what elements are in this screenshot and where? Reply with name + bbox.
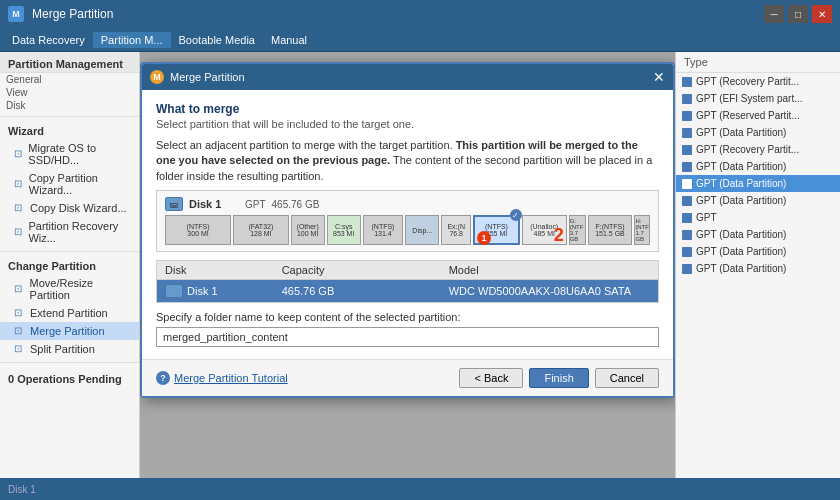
- right-panel-item-9[interactable]: GPT (Data Partition): [676, 226, 840, 243]
- right-panel-label-0: GPT (Recovery Partit...: [696, 76, 799, 87]
- modal-heading: What to merge: [156, 102, 659, 116]
- right-panel-item-7[interactable]: GPT (Data Partition): [676, 192, 840, 209]
- minimize-button[interactable]: ─: [764, 5, 784, 23]
- sidebar-item-copy-partition[interactable]: ⊡ Copy Partition Wizard...: [0, 169, 139, 199]
- instruction-text: Select an adjacent partition to merge wi…: [156, 139, 456, 151]
- sidebar-item-migrate[interactable]: ⊡ Migrate OS to SSD/HD...: [0, 139, 139, 169]
- back-button[interactable]: < Back: [459, 368, 523, 388]
- sidebar-item-extend[interactable]: ⊡ Extend Partition: [0, 304, 139, 322]
- partition-ex[interactable]: Ex:(N 76.8: [441, 215, 471, 245]
- disk-label-row: 🖴 Disk 1 GPT 465.76 GB: [165, 197, 650, 211]
- partition-type-icon-3: [682, 128, 692, 138]
- sidebar-item-copy-disk[interactable]: ⊡ Copy Disk Wizard...: [0, 199, 139, 217]
- partition-g[interactable]: G:(NTF 3.7 GB: [569, 215, 586, 245]
- check-mark-icon: ✓: [510, 209, 522, 221]
- right-panel-label-3: GPT (Data Partition): [696, 127, 786, 138]
- menu-data-recovery[interactable]: Data Recovery: [4, 32, 93, 48]
- copy-partition-icon: ⊡: [14, 178, 25, 190]
- app-icon: M: [8, 6, 24, 22]
- disk-drive-icon: 🖴: [165, 197, 183, 211]
- right-panel-item-1[interactable]: GPT (EFI System part...: [676, 90, 840, 107]
- modal-title-left: M Merge Partition: [150, 70, 245, 84]
- cancel-button[interactable]: Cancel: [595, 368, 659, 388]
- table-row[interactable]: Disk 1 465.76 GB WDC WD5000AAKX-08U6AA0 …: [157, 280, 658, 302]
- right-panel-label-4: GPT (Recovery Partit...: [696, 144, 799, 155]
- partition-ntfs2[interactable]: (NTFS) 131.4: [363, 215, 403, 245]
- sidebar-item-migrate-label: Migrate OS to SSD/HD...: [28, 142, 133, 166]
- sidebar-general[interactable]: General: [0, 73, 139, 86]
- title-bar-controls: ─ □ ✕: [764, 5, 832, 23]
- merge-partition-modal: M Merge Partition ✕ What to merge Select…: [140, 62, 675, 398]
- right-panel-item-4[interactable]: GPT (Recovery Partit...: [676, 141, 840, 158]
- partition-number-1: 1: [477, 231, 491, 245]
- sidebar-wizard-title: Wizard: [0, 121, 139, 139]
- partition-unalloc[interactable]: (Unalloc) 485 MI 2: [522, 215, 567, 245]
- right-panel-label-7: GPT (Data Partition): [696, 195, 786, 206]
- help-link[interactable]: Merge Partition Tutorial: [174, 372, 288, 384]
- right-panel-item-5[interactable]: GPT (Data Partition): [676, 158, 840, 175]
- disk-table: Disk Capacity Model Disk 1 465.76 GB: [156, 260, 659, 303]
- sidebar-disk[interactable]: Disk: [0, 99, 139, 112]
- partition-h[interactable]: H:(NTF 1.7 GB: [634, 215, 650, 245]
- merge-icon: ⊡: [14, 325, 26, 337]
- right-panel-item-8[interactable]: GPT: [676, 209, 840, 226]
- disk-cell-icon: [165, 284, 183, 298]
- sidebar-item-copy-partition-label: Copy Partition Wizard...: [29, 172, 133, 196]
- partition-f[interactable]: F:(NTFS) 151.5 GB: [588, 215, 633, 245]
- sidebar-item-move-resize-label: Move/Resize Partition: [30, 277, 133, 301]
- partition-disp[interactable]: Disp...: [405, 215, 439, 245]
- partition-csys[interactable]: C:sys 853 MI: [327, 215, 361, 245]
- partition-type-icon-10: [682, 247, 692, 257]
- partition-type-icon-9: [682, 230, 692, 240]
- right-panel-item-3[interactable]: GPT (Data Partition): [676, 124, 840, 141]
- modal-overlay: M Merge Partition ✕ What to merge Select…: [140, 52, 675, 478]
- col-disk: Disk: [157, 261, 274, 279]
- right-panel-label-5: GPT (Data Partition): [696, 161, 786, 172]
- bottom-text: Disk 1: [8, 484, 36, 495]
- maximize-button[interactable]: □: [788, 5, 808, 23]
- menu-manual[interactable]: Manual: [263, 32, 315, 48]
- menu-bootable[interactable]: Bootable Media: [171, 32, 263, 48]
- partition-fat32[interactable]: (FAT32) 128 MI: [233, 215, 288, 245]
- folder-name-input[interactable]: [156, 327, 659, 347]
- sidebar-change-partition: Change Partition: [0, 256, 139, 274]
- sidebar-divider-2: [0, 251, 139, 252]
- main-content: M Merge Partition ✕ What to merge Select…: [140, 52, 675, 478]
- right-panel-item-2[interactable]: GPT (Reserved Partit...: [676, 107, 840, 124]
- split-icon: ⊡: [14, 343, 26, 355]
- right-panel-item-6[interactable]: GPT (Data Partition): [676, 175, 840, 192]
- cell-disk-label: Disk 1: [187, 285, 218, 297]
- folder-label: Specify a folder name to keep content of…: [156, 311, 659, 323]
- footer-help: ? Merge Partition Tutorial: [156, 371, 288, 385]
- partition-type-icon-0: [682, 77, 692, 87]
- modal-close-button[interactable]: ✕: [653, 69, 665, 85]
- modal-titlebar: M Merge Partition ✕: [142, 64, 673, 90]
- sidebar-view[interactable]: View: [0, 86, 139, 99]
- partition-type-icon-11: [682, 264, 692, 274]
- partition-ntfs1[interactable]: (NTFS) 300 MI: [165, 215, 231, 245]
- partition-type-icon-6: [682, 179, 692, 189]
- right-panel-item-10[interactable]: GPT (Data Partition): [676, 243, 840, 260]
- finish-button[interactable]: Finish: [529, 368, 588, 388]
- sidebar-item-merge[interactable]: ⊡ Merge Partition: [0, 322, 139, 340]
- menu-partition[interactable]: Partition M...: [93, 32, 171, 48]
- partition-other[interactable]: (Other) 100 MI: [291, 215, 325, 245]
- right-panel-label-8: GPT: [696, 212, 717, 223]
- sidebar-item-split[interactable]: ⊡ Split Partition: [0, 340, 139, 358]
- disk-type: GPT: [245, 199, 266, 210]
- cell-disk: Disk 1: [157, 280, 274, 302]
- sidebar-item-partition-recovery-label: Partition Recovery Wiz...: [28, 220, 133, 244]
- ops-pending: 0 Operations Pending: [0, 367, 139, 391]
- partition-target[interactable]: ✓ 1 (NTFS) 255 MI: [473, 215, 520, 245]
- right-panel-label-1: GPT (EFI System part...: [696, 93, 803, 104]
- sidebar-item-split-label: Split Partition: [30, 343, 95, 355]
- sidebar-divider-3: [0, 362, 139, 363]
- right-panel-item-0[interactable]: GPT (Recovery Partit...: [676, 73, 840, 90]
- cell-capacity: 465.76 GB: [274, 281, 441, 301]
- close-button[interactable]: ✕: [812, 5, 832, 23]
- sidebar-item-partition-recovery[interactable]: ⊡ Partition Recovery Wiz...: [0, 217, 139, 247]
- sidebar-item-move-resize[interactable]: ⊡ Move/Resize Partition: [0, 274, 139, 304]
- right-panel-item-11[interactable]: GPT (Data Partition): [676, 260, 840, 277]
- modal-title-icon: M: [150, 70, 164, 84]
- col-model: Model: [441, 261, 658, 279]
